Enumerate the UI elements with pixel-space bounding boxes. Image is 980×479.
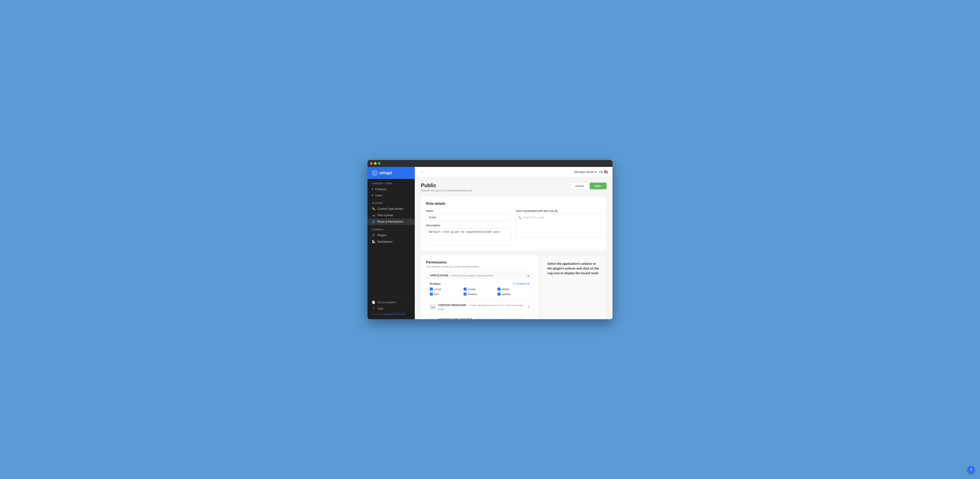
header-actions: Cancel Save xyxy=(571,182,606,190)
name-label: Name xyxy=(426,209,511,212)
permissions-subtitle: Only actions bound by a route are listed… xyxy=(426,265,533,268)
application-label: APPLICATION xyxy=(430,274,448,277)
user-chevron-icon: ▾ xyxy=(595,170,597,174)
user-menu[interactable]: Nirmalya Ghosh ▾ xyxy=(574,170,597,174)
marketplace-icon: 🏪 xyxy=(372,240,375,243)
create-label: create xyxy=(468,287,476,291)
sidebar-item-roles-permissions[interactable]: 👤 Roles & Permissions xyxy=(368,219,415,225)
content-manager-section: 📖 CONTENT-MANAGER — Define all allowed a… xyxy=(426,301,533,313)
resource-header: Product ☑ Unselect All xyxy=(430,282,530,286)
content-type-builder-plugin-icon: 👥 xyxy=(430,318,436,319)
sidebar-bottom: 📄 Documentation ❓ Help Powered by Strapi… xyxy=(368,297,415,319)
perm-delete: delete xyxy=(498,287,530,291)
plugins-icon: ☰ xyxy=(372,233,375,237)
main-content: ‹ Nirmalya Ghosh ▾ EN 🇺🇸 xyxy=(415,167,612,319)
titlebar xyxy=(368,160,612,167)
page-subtitle: Default role given to unauthenticated us… xyxy=(421,189,473,192)
language-selector[interactable]: EN 🇺🇸 xyxy=(599,170,608,174)
lang-label: EN xyxy=(599,170,603,174)
sidebar-section-general: General ☰ Plugins 🏪 Marketplace xyxy=(368,225,415,245)
hint-box: Select the application's actions or the … xyxy=(542,255,606,319)
find-label: find xyxy=(434,292,439,296)
dot-icon xyxy=(372,195,373,196)
update-checkbox[interactable] xyxy=(498,292,501,295)
perm-findone: findone xyxy=(464,292,496,296)
description-form-group: Description Default role given to unauth… xyxy=(426,224,511,246)
sidebar-item-products-label: Products xyxy=(375,188,386,191)
documentation-icon: 📄 xyxy=(372,301,375,304)
content-type-builder-section: 👥 CONTENT-TYPE-BUILDER — Define all allo… xyxy=(426,315,533,319)
strapi-version-link[interactable]: Strapi v3.0.0-Beta.18.3 xyxy=(384,313,406,315)
count-checkbox[interactable] xyxy=(430,287,433,291)
search-icon: 🔍 xyxy=(518,216,522,219)
users-search-area: 🔍 Search for a user xyxy=(516,214,601,238)
delete-label: delete xyxy=(502,287,509,291)
count-label: count xyxy=(434,287,441,291)
chevron-up-icon: ▲ xyxy=(527,274,530,277)
content-type-builder-icon: ✏️ xyxy=(372,207,375,211)
sidebar-item-help[interactable]: ❓ Help xyxy=(368,305,415,312)
sidebar-item-marketplace[interactable]: 🏪 Marketplace xyxy=(368,238,415,245)
findone-label: findone xyxy=(468,292,477,296)
section-label-plugins: Plugins xyxy=(368,198,415,206)
back-button[interactable]: ‹ xyxy=(419,169,425,175)
sidebar-item-products[interactable]: Products xyxy=(368,186,415,192)
name-input[interactable] xyxy=(426,214,511,221)
files-upload-icon: ☁ xyxy=(372,214,375,217)
help-icon: ❓ xyxy=(372,307,375,310)
sidebar-item-plugins-label: Plugins xyxy=(377,233,387,237)
help-button[interactable]: ? xyxy=(967,466,975,474)
name-form-group: Name xyxy=(426,209,511,221)
documentation-label: Documentation xyxy=(377,301,396,304)
sidebar-item-content-type-builder[interactable]: ✏️ Content Type Builder xyxy=(368,206,415,212)
save-button[interactable]: Save xyxy=(590,183,606,189)
application-content: Product ☑ Unselect All count xyxy=(426,279,533,299)
content-type-builder-row[interactable]: 👥 CONTENT-TYPE-BUILDER — Define all allo… xyxy=(426,315,533,319)
user-name: Nirmalya Ghosh xyxy=(574,170,594,174)
powered-by: Powered by Strapi v3.0.0-Beta.18.3 xyxy=(368,312,415,318)
search-placeholder: Search for a user xyxy=(523,216,544,219)
permissions-title: Permissions xyxy=(426,260,533,264)
content-manager-icon: 📖 xyxy=(430,304,436,310)
app-window: 🌀 strapi Content Types Products Users Pl… xyxy=(368,160,612,319)
sidebar-item-plugins[interactable]: ☰ Plugins xyxy=(368,232,415,238)
create-checkbox[interactable] xyxy=(464,287,466,291)
maximize-btn[interactable] xyxy=(378,162,380,165)
update-label: update xyxy=(502,292,511,296)
role-details-title: Role details xyxy=(426,202,601,206)
sidebar: 🌀 strapi Content Types Products Users Pl… xyxy=(368,167,415,319)
dot-icon xyxy=(372,188,373,190)
delete-checkbox[interactable] xyxy=(498,287,501,291)
unselect-all-button[interactable]: ☑ Unselect All xyxy=(513,282,530,285)
sidebar-section-plugins: Plugins ✏️ Content Type Builder ☁ Files … xyxy=(368,198,415,225)
application-section-header[interactable]: APPLICATION — Define all your project's … xyxy=(426,272,533,279)
perm-update: update xyxy=(498,292,530,296)
logo-icon: 🌀 xyxy=(372,170,378,176)
sidebar-item-users[interactable]: Users xyxy=(368,192,415,198)
sidebar-item-files-label: Files Upload xyxy=(377,214,393,217)
content-area: Public Default role given to unauthentic… xyxy=(415,177,612,319)
sidebar-item-files-upload[interactable]: ☁ Files Upload xyxy=(368,212,415,219)
content-manager-row[interactable]: 📖 CONTENT-MANAGER — Define all allowed a… xyxy=(426,301,533,313)
cancel-button[interactable]: Cancel xyxy=(571,182,588,190)
permissions-card: Permissions Only actions bound by a rout… xyxy=(421,255,539,319)
findone-checkbox[interactable] xyxy=(464,292,466,295)
page-header: Public Default role given to unauthentic… xyxy=(421,182,606,192)
help-label: Help xyxy=(377,307,383,310)
roles-icon: 👤 xyxy=(372,220,375,224)
application-section: APPLICATION — Define all your project's … xyxy=(426,271,533,299)
description-textarea[interactable]: Default role given to unauthenticated us… xyxy=(426,228,511,246)
minimize-btn[interactable] xyxy=(374,162,377,165)
close-btn[interactable] xyxy=(370,162,373,165)
permissions-section: Permissions Only actions bound by a rout… xyxy=(421,255,606,319)
description-label: Description xyxy=(426,224,511,227)
perm-count: count xyxy=(430,287,462,291)
page-title: Public xyxy=(421,182,473,188)
find-checkbox[interactable] xyxy=(430,292,433,295)
flag-icon: 🇺🇸 xyxy=(604,170,608,174)
permissions-checkboxes: count create delete xyxy=(430,287,530,296)
sidebar-item-documentation[interactable]: 📄 Documentation xyxy=(368,299,415,305)
topbar: ‹ Nirmalya Ghosh ▾ EN 🇺🇸 xyxy=(415,167,612,177)
logo-text: strapi xyxy=(380,170,392,175)
perm-find: find xyxy=(430,292,462,296)
